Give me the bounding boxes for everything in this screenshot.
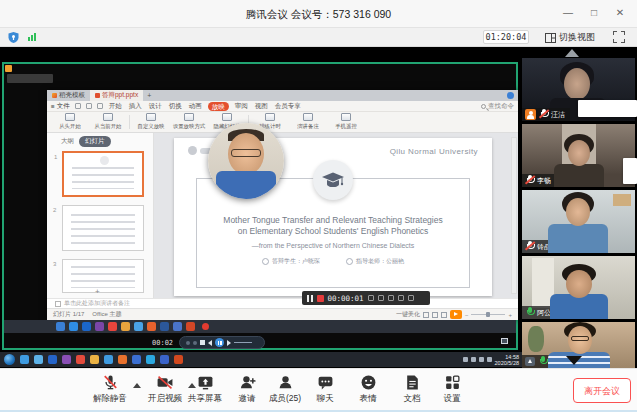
wps-file-menu[interactable]: ≡ 文件 — [51, 102, 70, 111]
taskbar-app-icon[interactable] — [56, 322, 65, 331]
recorder-pen-icon[interactable] — [398, 295, 404, 301]
taskbar-app-icon[interactable] — [173, 322, 182, 331]
collapse-strip-arrow[interactable] — [565, 49, 579, 57]
wps-search-box[interactable]: 查找命令 — [481, 102, 514, 111]
taskbar-app-icon[interactable] — [121, 322, 130, 331]
slide-thumbnail-1[interactable]: 1 — [62, 151, 144, 197]
ribbon-from-current[interactable]: 从当前开始 — [91, 113, 125, 131]
wps-account-avatar[interactable] — [507, 92, 514, 99]
edge-flyout-popup[interactable] — [623, 158, 637, 184]
ribbon-custom-show[interactable]: 自定义放映 — [134, 113, 168, 131]
wps-redo-icon[interactable] — [97, 103, 103, 109]
repeat-icon[interactable] — [193, 341, 197, 345]
wps-menu-review[interactable]: 审阅 — [234, 102, 249, 111]
wps-menu-transition[interactable]: 切换 — [168, 102, 183, 111]
wps-menu-start[interactable]: 开始 — [108, 102, 123, 111]
collapse-panel-arrow[interactable] — [566, 356, 582, 365]
zoom-in-button[interactable]: + — [508, 312, 512, 318]
taskbar-app-icon[interactable] — [118, 355, 127, 364]
beautify-button[interactable]: 一键美化 — [396, 310, 420, 319]
taskbar-meeting-app-icon[interactable] — [146, 355, 155, 364]
taskbar-app-icon[interactable] — [48, 355, 57, 364]
recorder-expand-icon[interactable] — [378, 295, 384, 301]
ribbon-phone-remote[interactable]: 手机遥控 — [329, 113, 363, 131]
wps-new-tab-button[interactable]: + — [143, 90, 155, 101]
chat-button[interactable]: 聊天 — [301, 374, 349, 405]
view-normal-icon[interactable] — [423, 312, 429, 318]
taskbar-app-icon[interactable] — [62, 355, 71, 364]
switch-view-button[interactable]: 切换视图 — [545, 30, 595, 45]
settings-button[interactable]: 设置 — [428, 374, 476, 405]
taskbar-app-icon[interactable] — [69, 322, 78, 331]
wps-document-tab[interactable]: 答辩ppt.pptx — [90, 90, 143, 101]
start-button[interactable] — [4, 354, 15, 365]
wps-menu-insert[interactable]: 插入 — [128, 102, 143, 111]
wps-menu-design[interactable]: 设计 — [148, 102, 163, 111]
taskbar-app-icon[interactable] — [186, 322, 195, 331]
taskbar-app-icon[interactable] — [82, 322, 91, 331]
leave-meeting-button[interactable]: 离开会议 — [573, 378, 631, 403]
participant-tooltip-popup[interactable] — [578, 100, 637, 117]
zoom-slider[interactable] — [471, 314, 505, 315]
presenter-webcam-circle[interactable] — [208, 123, 284, 199]
slide-thumbnail-2[interactable]: 2 — [62, 205, 144, 251]
ribbon-setup-show[interactable]: 设置放映方式 — [172, 113, 206, 131]
slide-thumbnail-3[interactable]: 3 — [62, 259, 144, 293]
mic-options-caret[interactable] — [133, 383, 141, 388]
recorder-region-icon[interactable] — [368, 295, 374, 301]
player-restore-icon[interactable] — [501, 338, 508, 344]
wps-menu-slideshow-active[interactable]: 放映 — [208, 102, 229, 111]
taskbar-app-icon[interactable] — [160, 322, 169, 331]
slides-tab[interactable]: 幻灯片 — [79, 136, 111, 147]
player-next-button[interactable] — [227, 340, 231, 346]
maximize-button[interactable]: □ — [581, 0, 607, 26]
wps-undo-icon[interactable] — [86, 103, 92, 109]
volume-slider[interactable] — [234, 342, 252, 343]
unmute-button[interactable]: 解除静音 — [86, 374, 134, 405]
taskbar-app-icon[interactable] — [160, 355, 169, 364]
ribbon-speaker-notes[interactable]: 演讲备注 — [291, 113, 325, 131]
tray-icon[interactable] — [463, 357, 468, 362]
notes-bar[interactable]: 单击此处添加演讲者备注 — [47, 298, 518, 308]
recorder-pause-button[interactable] — [307, 295, 313, 302]
tray-icon[interactable] — [487, 357, 492, 362]
ribbon-from-beginning[interactable]: 从头开始 — [53, 113, 87, 131]
taskbar-app-icon[interactable] — [90, 355, 99, 364]
add-slide-button[interactable]: + — [95, 287, 100, 296]
taskbar-app-icon[interactable] — [134, 322, 143, 331]
wps-menu-member[interactable]: 会员专享 — [274, 102, 302, 111]
tray-icon[interactable] — [471, 357, 476, 362]
recorder-camera-icon[interactable] — [388, 295, 394, 301]
shuffle-icon[interactable] — [186, 341, 190, 345]
recorder-window-icon[interactable] — [408, 295, 414, 301]
wps-menu-animation[interactable]: 动画 — [188, 102, 203, 111]
view-reading-icon[interactable] — [441, 312, 447, 318]
taskbar-app-icon[interactable] — [147, 322, 156, 331]
player-pause-button[interactable] — [215, 338, 224, 347]
security-shield-icon[interactable] — [7, 31, 20, 44]
outline-tab[interactable]: 大纲 — [61, 137, 74, 146]
participant-tile[interactable]: 李畅 — [522, 124, 635, 187]
tray-icon[interactable] — [479, 357, 484, 362]
recorder-stop-button[interactable] — [317, 295, 324, 302]
wps-home-tab[interactable]: 稻壳模板 — [47, 90, 90, 101]
participant-tile[interactable]: 阿公 — [522, 256, 635, 319]
wps-save-icon[interactable] — [75, 103, 81, 109]
taskbar-app-icon[interactable] — [95, 322, 104, 331]
player-previous-button[interactable] — [208, 340, 212, 346]
view-sorter-icon[interactable] — [432, 312, 438, 318]
wps-menu-view[interactable]: 视图 — [254, 102, 269, 111]
taskbar-app-icon[interactable] — [174, 355, 183, 364]
taskbar-app-icon[interactable] — [20, 355, 29, 364]
taskbar-app-icon[interactable] — [108, 322, 117, 331]
participant-tile[interactable]: 铃晶 — [522, 190, 635, 253]
share-screen-button[interactable]: 共享屏幕 — [181, 374, 229, 405]
fullscreen-icon[interactable] — [613, 31, 625, 43]
taskbar-app-icon[interactable] — [104, 355, 113, 364]
zoom-out-button[interactable]: − — [465, 312, 469, 318]
taskbar-app-icon[interactable] — [34, 355, 43, 364]
emoji-button[interactable]: 表情 — [344, 374, 392, 405]
play-slideshow-button[interactable] — [450, 310, 462, 319]
close-button[interactable]: ✕ — [607, 0, 633, 26]
taskbar-app-icon[interactable] — [76, 355, 85, 364]
